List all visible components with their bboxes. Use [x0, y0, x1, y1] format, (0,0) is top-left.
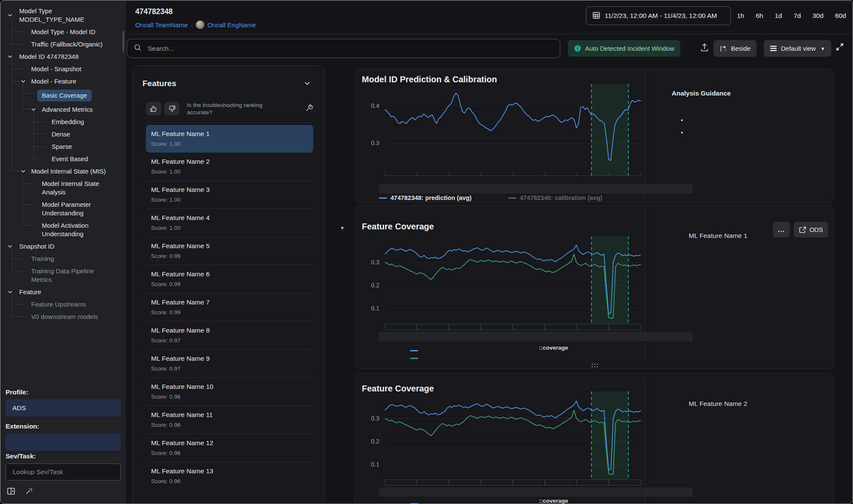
thumbs-down-button[interactable]	[164, 102, 180, 116]
tree-item[interactable]: Model Internal State Analysis	[0, 177, 125, 198]
chevron-down-icon[interactable]	[20, 168, 26, 174]
prediction-chart: 0.30.4	[355, 69, 834, 203]
tree-item-label: Model - Snapshot	[31, 65, 82, 73]
more-options-button[interactable]: ...	[773, 222, 790, 238]
legend-dash-prediction	[379, 197, 387, 199]
sev-task-input[interactable]: Lookup Sev/Task	[6, 463, 121, 481]
wrench-icon[interactable]	[305, 104, 313, 114]
svg-text:0.4: 0.4	[371, 102, 380, 109]
date-range-picker[interactable]: 11/2/23, 12:00 AM - 11/4/23, 12:00 AM	[586, 6, 731, 25]
range-60d[interactable]: 60d	[835, 12, 846, 20]
feature-coverage-card-2: Feature Coverage 0.10.20.3 ::coverage ML…	[355, 373, 834, 504]
feature-score: Score: 0.99	[151, 309, 308, 316]
magic-wand-icon[interactable]	[24, 487, 34, 498]
tree-item[interactable]: Feature Upstreams	[0, 298, 125, 310]
tree-item[interactable]: Model Type MODEL_TYPE_NAME	[0, 5, 125, 26]
tree-item[interactable]: Model Activation Understanding	[0, 219, 125, 240]
svg-text:0.3: 0.3	[371, 259, 380, 266]
menu-icon	[770, 45, 777, 52]
feature-score: Score: 0.96	[151, 478, 308, 484]
tree-item-label: Model ID 474782348	[19, 52, 79, 61]
beside-button[interactable]: Beside	[713, 40, 757, 57]
collapse-chevron-icon[interactable]	[304, 80, 311, 88]
feature-list-item[interactable]: ML Feature Name 4Score: 1.00	[146, 209, 313, 237]
range-30d[interactable]: 30d	[812, 12, 824, 20]
panel-toggle-icon[interactable]	[6, 487, 16, 498]
tree-item[interactable]: Training Data Pipeline Metrics	[0, 265, 125, 286]
tree-item-label: Advanced Metrics	[42, 105, 93, 114]
chevron-down-icon[interactable]	[20, 78, 26, 84]
range-7d[interactable]: 7d	[794, 12, 801, 20]
tree-item[interactable]: V0 downstream models	[0, 310, 125, 323]
feature-list-item[interactable]: ML Feature Name 8Score: 0.97	[146, 321, 313, 349]
feature-list-item[interactable]: ML Feature Name 9Score: 0.97	[146, 349, 313, 377]
range-6h[interactable]: 6h	[756, 12, 763, 20]
tree-item[interactable]: Snapshot ID	[0, 240, 125, 252]
oncall-eng-link[interactable]: Oncall EngName	[207, 21, 256, 29]
chevron-down-icon[interactable]	[7, 54, 13, 59]
feature-list-item[interactable]: ML Feature Name 1Score: 1.00	[146, 125, 313, 153]
tree-item-label: Traffic (Fallback/Organic)	[31, 40, 103, 49]
feature-coverage-card-1: Feature Coverage ... ODS 0.10.20.3 ::cov…	[355, 205, 834, 369]
tree-item[interactable]: Training	[0, 252, 125, 265]
chevron-down-icon[interactable]	[7, 243, 13, 249]
thumbs-up-button[interactable]	[146, 102, 161, 116]
fullscreen-icon[interactable]	[835, 42, 844, 53]
chevron-down-icon[interactable]	[7, 289, 13, 295]
feature-list-item[interactable]: ML Feature Name 10Score: 0.96	[146, 377, 313, 406]
feature-name: ML Feature Name 12	[151, 439, 308, 447]
feature-list-item[interactable]: ML Feature Name 11Score: 0.96	[146, 406, 313, 434]
tree-item[interactable]: Advanced Metrics	[0, 103, 125, 116]
sidebar-scrollbar[interactable]	[122, 31, 124, 52]
app-window: Model Type MODEL_TYPE_NAMEModel Type - M…	[0, 0, 853, 504]
profile-input[interactable]: ADS	[6, 400, 121, 417]
feature-list-item[interactable]: ML Feature Name 6Score: 0.99	[146, 265, 313, 293]
feature-list-item[interactable]: ML Feature Name 2Score: 1.00	[146, 153, 313, 180]
tree-item[interactable]: Dense	[0, 128, 125, 140]
tree-item[interactable]: Basic Coverage	[0, 87, 125, 103]
feature-score: Score: 1.00	[151, 141, 308, 147]
feature-list-item[interactable]: ML Feature Name 3Score: 1.00	[146, 180, 313, 209]
card-divider	[645, 210, 646, 364]
feature-name-label: ML Feature Name 1	[689, 232, 747, 240]
chart-title: Model ID Prediction & Calibration	[362, 75, 497, 84]
search-input[interactable]: Search...	[127, 39, 560, 58]
auto-detected-incident-window-button[interactable]: Auto Detected Incident Window	[568, 40, 680, 57]
feature-list-item[interactable]: ML Feature Name 13Score: 0.96	[146, 462, 313, 490]
tree-item[interactable]: Model - Snapshot	[0, 63, 125, 75]
tree-item[interactable]: Model Type - Model ID	[0, 26, 125, 38]
chevron-down-icon[interactable]	[7, 12, 13, 18]
tree-item-label: Model Parameter Understanding	[42, 200, 119, 217]
chevron-down-icon[interactable]	[31, 107, 36, 112]
feature-score: Score: 1.00	[151, 168, 308, 175]
feature-score: Score: 0.96	[151, 422, 308, 428]
tree-item-label: Model Type MODEL_TYPE_NAME	[19, 7, 90, 24]
tree-item[interactable]: Model Parameter Understanding	[0, 198, 125, 219]
tree-item[interactable]: Sparse	[0, 140, 125, 153]
tree-item[interactable]: Event Based	[0, 153, 125, 165]
sev-task-label: Sev/Task:	[6, 452, 36, 460]
drag-handle[interactable]	[591, 362, 599, 369]
ods-button[interactable]: ODS	[794, 222, 828, 238]
range-1h[interactable]: 1h	[737, 12, 744, 20]
feature-list-item[interactable]: ML Feature Name 7Score: 0.99	[146, 293, 313, 321]
tree-item-label: Feature Upstreams	[31, 300, 86, 309]
upload-icon[interactable]	[699, 42, 710, 53]
sidebar-tree: Model Type MODEL_TYPE_NAMEModel Type - M…	[0, 5, 125, 323]
tree-item[interactable]: Model - Feature	[0, 75, 125, 87]
oncall-team-link[interactable]: Oncall TeamName	[135, 21, 188, 29]
chart-title: Feature Coverage	[362, 384, 434, 394]
tree-item[interactable]: Model ID 474782348	[0, 50, 125, 63]
feature-score: Score: 1.00	[151, 197, 308, 203]
section-caret-icon[interactable]: ▾	[341, 225, 344, 231]
feature-list-item[interactable]: ML Feature Name 5Score: 0.99	[146, 237, 313, 265]
tree-item[interactable]: Embedding	[0, 116, 125, 128]
default-view-dropdown[interactable]: Default view ▼	[764, 40, 831, 57]
tree-item[interactable]: Feature	[0, 286, 125, 298]
tree-item[interactable]: Traffic (Fallback/Organic)	[0, 38, 125, 50]
extension-input[interactable]	[6, 434, 121, 451]
range-1d[interactable]: 1d	[775, 12, 782, 20]
feature-list-item[interactable]: ML Feature Name 12Score: 0.96	[146, 434, 313, 462]
svg-text:0.2: 0.2	[371, 438, 380, 445]
tree-item[interactable]: Model Internal State (MIS)	[0, 165, 125, 177]
